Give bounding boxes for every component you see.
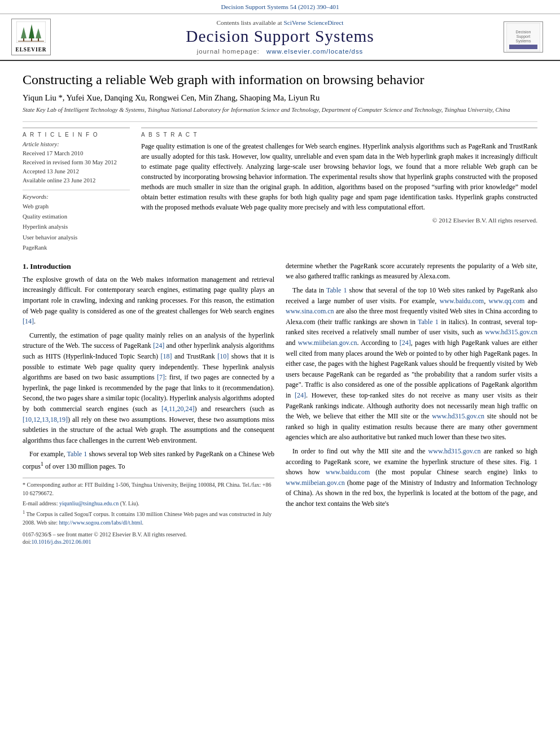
ref-24b[interactable]: [24] bbox=[400, 339, 411, 347]
keyword-2: Quality estimation bbox=[23, 212, 130, 222]
email-link[interactable]: yiqunliu@tsinghua.edu.cn bbox=[59, 500, 119, 506]
hd315-link[interactable]: www.hd315.gov.cn bbox=[485, 328, 537, 336]
journal-citation-banner: Decision Support Systems 54 (2012) 390–4… bbox=[0, 0, 560, 14]
journal-homepage: journal homepage: www.elsevier.com/locat… bbox=[56, 48, 504, 55]
elsevier-text: ELSEVIER bbox=[15, 47, 46, 53]
abstract-text: Page quality estimation is one of the gr… bbox=[141, 141, 537, 212]
available-date: Available online 23 June 2012 bbox=[23, 176, 130, 185]
journal-title: Decision Support Systems bbox=[56, 27, 504, 46]
body-right-text: determine whether the PageRank score acc… bbox=[286, 261, 537, 509]
elsevier-logo: ELSEVIER bbox=[11, 19, 51, 55]
history-label: Article history: bbox=[23, 141, 130, 147]
accepted-date: Accepted 13 June 2012 bbox=[23, 167, 130, 176]
miibeian-link-2[interactable]: www.miibeian.gov.cn bbox=[286, 479, 345, 487]
keywords-section: Keywords: Web graph Quality estimation H… bbox=[23, 194, 130, 253]
baidu-link[interactable]: www.baidu.com bbox=[440, 297, 484, 305]
body-right-para-2: The data in Table 1 show that several of… bbox=[286, 285, 537, 443]
article-title: Constructing a reliable Web graph with i… bbox=[23, 71, 537, 89]
qq-link[interactable]: www.qq.com bbox=[489, 297, 525, 305]
footer-issn: 0167-9236/$ – see front matter © 2012 El… bbox=[23, 531, 274, 538]
doi-link[interactable]: 10.1016/j.dss.2012.06.001 bbox=[32, 539, 91, 545]
footer-doi: doi:10.1016/j.dss.2012.06.001 bbox=[23, 539, 274, 545]
abstract-col: A B S T R A C T Page quality estimation … bbox=[141, 128, 537, 253]
footnote-star: * Corresponding author at: FIT Building … bbox=[23, 480, 274, 497]
homepage-url[interactable]: www.elsevier.com/locate/dss bbox=[266, 48, 363, 55]
ref-18a[interactable]: [18] bbox=[161, 352, 172, 360]
ref-4-11-20-24[interactable]: [4,11,20,24] bbox=[161, 405, 195, 413]
ref-7[interactable]: [7] bbox=[157, 373, 165, 381]
miibeian-link[interactable]: www.miibeian.gov.cn bbox=[298, 339, 357, 347]
article-authors: Yiqun Liu *, Yufei Xue, Danqing Xu, Rong… bbox=[23, 93, 537, 103]
body-text-section: 1. Introduction The explosive growth of … bbox=[23, 261, 537, 545]
footnotes-section: * Corresponding author at: FIT Building … bbox=[23, 478, 274, 527]
keyword-5: PageRank bbox=[23, 243, 130, 253]
section1-title: 1. Introduction bbox=[23, 262, 274, 271]
sciverse-link[interactable]: SciVerse ScienceDirect bbox=[283, 19, 343, 26]
baidu-link-2[interactable]: www.baidu.com bbox=[326, 468, 370, 476]
right-journal-logo: Decision Support Systems bbox=[504, 21, 543, 53]
body-left-col: 1. Introduction The explosive growth of … bbox=[23, 261, 274, 545]
keyword-3: Hyperlink analysis bbox=[23, 222, 130, 232]
ref-24c[interactable]: [24] bbox=[295, 391, 306, 399]
keyword-4: User behavior analysis bbox=[23, 233, 130, 243]
table1-ref-right[interactable]: Table 1 bbox=[326, 286, 347, 294]
article-info-header: A R T I C L E I N F O bbox=[23, 132, 130, 138]
article-title-section: Constructing a reliable Web graph with i… bbox=[23, 71, 537, 122]
svg-rect-6 bbox=[38, 38, 39, 41]
article-history-group: Article history: Received 17 March 2010 … bbox=[23, 141, 130, 185]
body-para-2: Currently, the estimation of page qualit… bbox=[23, 330, 274, 446]
abstract-header: A B S T R A C T bbox=[141, 132, 537, 138]
body-right-col: determine whether the PageRank score acc… bbox=[286, 261, 537, 545]
ref-24a[interactable]: [24] bbox=[153, 342, 164, 350]
elsevier-tree-icon bbox=[16, 21, 46, 46]
body-left-text: The explosive growth of data on the Web … bbox=[23, 274, 274, 472]
info-divider bbox=[23, 190, 130, 190]
keywords-label: Keywords: bbox=[23, 194, 130, 200]
article-info-box: A R T I C L E I N F O Article history: R… bbox=[23, 128, 130, 253]
sogou-link[interactable]: http://www.sogou.com/labs/dl/t.html bbox=[59, 519, 142, 526]
table1-ref-italic[interactable]: Table 1 bbox=[418, 318, 439, 326]
footnote-1: 1 The Corpus is called SogouT corpus. It… bbox=[23, 509, 274, 527]
article-info-abstract-row: A R T I C L E I N F O Article history: R… bbox=[23, 128, 537, 253]
hd315-link-2[interactable]: www.hd315.gov.cn bbox=[432, 412, 484, 420]
ref-10a[interactable]: [10] bbox=[217, 352, 229, 360]
table1-ref-left[interactable]: Table 1 bbox=[67, 450, 88, 458]
elsevier-logo-area: ELSEVIER bbox=[11, 19, 56, 55]
svg-rect-2 bbox=[23, 38, 24, 41]
received-date: Received 17 March 2010 bbox=[23, 149, 130, 158]
revised-date: Received in revised form 30 May 2012 bbox=[23, 158, 130, 167]
journal-citation-link[interactable]: Decision Support Systems 54 (2012) 390–4… bbox=[221, 3, 339, 10]
keyword-1: Web graph bbox=[23, 202, 130, 212]
svg-text:Decision: Decision bbox=[516, 30, 531, 34]
article-affiliation: State Key Lab of Intelligent Technology … bbox=[23, 106, 537, 115]
svg-rect-12 bbox=[509, 45, 537, 49]
ref-10-19[interactable]: [10,12,13,18,19] bbox=[23, 416, 68, 423]
homepage-label: journal homepage: bbox=[197, 48, 260, 55]
right-logo-area: Decision Support Systems bbox=[504, 21, 549, 53]
body-right-para-3: In order to find out why the MII site an… bbox=[286, 446, 537, 509]
main-content: Constructing a reliable Web graph with i… bbox=[0, 61, 560, 556]
body-para-1: The explosive growth of data on the Web … bbox=[23, 274, 274, 327]
footnote-email: E-mail address: yiqunliu@tsinghua.edu.cn… bbox=[23, 499, 274, 508]
ref-14[interactable]: [14] bbox=[23, 317, 34, 325]
sina-link[interactable]: www.sina.com.cn bbox=[286, 307, 334, 315]
body-right-para-1: determine whether the PageRank score acc… bbox=[286, 261, 537, 282]
abstract-section: A B S T R A C T Page quality estimation … bbox=[141, 128, 537, 224]
sciverse-text: Contents lists available at SciVerse Sci… bbox=[56, 19, 504, 26]
journal-center-info: Contents lists available at SciVerse Sci… bbox=[56, 19, 504, 55]
abstract-copyright: © 2012 Elsevier B.V. All rights reserved… bbox=[141, 217, 537, 224]
hd315-link-3[interactable]: www.hd315.gov.cn bbox=[428, 447, 481, 455]
svg-text:Support: Support bbox=[517, 34, 531, 39]
svg-text:Systems: Systems bbox=[516, 39, 531, 43]
body-para-3: For example, Table 1 shows several top W… bbox=[23, 449, 274, 471]
article-info-col: A R T I C L E I N F O Article history: R… bbox=[23, 128, 130, 253]
svg-rect-4 bbox=[31, 38, 32, 41]
journal-header: ELSEVIER Contents lists available at Sci… bbox=[0, 14, 560, 61]
